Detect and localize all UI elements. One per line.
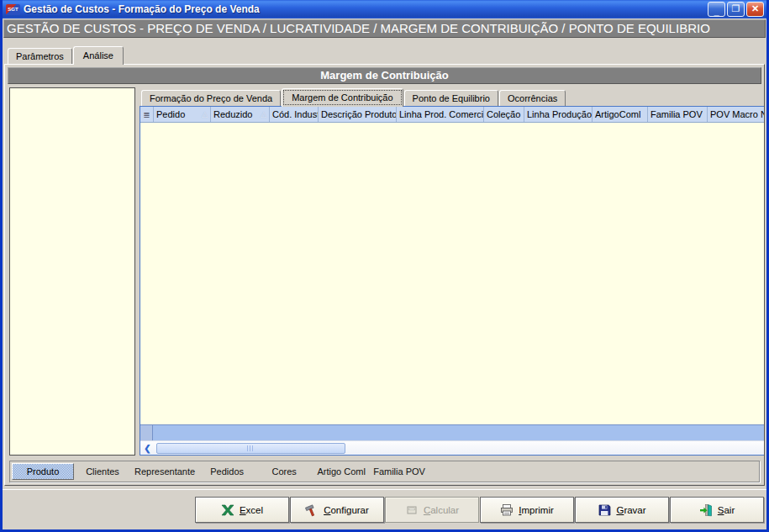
column-header-cod-industrial[interactable]: Cód. Industrial: [270, 107, 319, 122]
column-header-colecao[interactable]: Coleção: [484, 107, 524, 122]
column-header-linha-producao[interactable]: Linha Produção: [524, 107, 593, 122]
excel-button[interactable]: Excel: [195, 497, 289, 523]
grid-body-empty[interactable]: [140, 123, 765, 424]
column-header-reduzido[interactable]: Reduzido△: [211, 107, 270, 122]
tab-margem-contribuicao[interactable]: Margem de Contribuição: [282, 88, 403, 107]
tab-ocorrencias[interactable]: Ocorrências: [499, 90, 566, 106]
configure-button[interactable]: Configurar: [290, 497, 384, 523]
tab-formacao-preco-venda[interactable]: Formação do Preço de Venda: [141, 90, 281, 106]
tab-analise[interactable]: Análise: [73, 46, 124, 65]
tab-ponto-equilibrio[interactable]: Ponto de Equilibrio: [404, 90, 498, 106]
analysis-panel: Margem de Contribuição Formação do Preço…: [4, 64, 765, 486]
column-header-pedido[interactable]: Pedido△: [154, 107, 211, 122]
title-bar: SGT Gestão de Custos - Formação do Preço…: [3, 0, 766, 18]
column-header-pov-macro-nivel[interactable]: POV Macro Nível: [708, 107, 765, 122]
scrollbar-grip-icon: [247, 445, 255, 451]
app-logo-icon: SGT: [6, 4, 20, 15]
grid-header-row: ≣ Pedido△ Reduzido△ Cód. Industrial Desc…: [140, 107, 765, 123]
exit-button[interactable]: Sair: [670, 497, 764, 523]
horizontal-scrollbar[interactable]: ❮ ❯: [140, 440, 765, 455]
exit-door-icon: [699, 503, 713, 517]
scroll-left-button[interactable]: ❮: [140, 444, 155, 453]
dimension-tab-familia-pov[interactable]: Familia POV: [370, 464, 429, 479]
main-tab-strip: Parâmetros Análise: [3, 38, 766, 64]
dimension-tab-strip: Produto Clientes Representante Pedidos C…: [9, 461, 760, 482]
analysis-body: Formação do Preço de Venda Margem de Con…: [9, 87, 760, 456]
results-tab-control: Formação do Preço de Venda Margem de Con…: [140, 87, 765, 456]
maximize-icon: ❐: [732, 3, 740, 15]
row-selector-column-header[interactable]: ≣: [140, 107, 154, 122]
dimension-tab-artigo-coml[interactable]: Artigo Coml: [313, 464, 370, 479]
app-window: SGT Gestão de Custos - Formação do Preço…: [0, 0, 769, 532]
maximize-button[interactable]: ❐: [727, 2, 745, 17]
scrollbar-thumb[interactable]: [156, 443, 345, 454]
column-header-descricao-produto[interactable]: Descrição Produto: [319, 107, 397, 122]
window-title: Gestão de Custos - Formação do Preço de …: [24, 3, 708, 15]
summary-row-selector-cell: [140, 425, 153, 440]
save-button[interactable]: Gravar: [575, 497, 669, 523]
dimension-tab-cores[interactable]: Cores: [255, 464, 313, 479]
column-header-linha-prod-comercial[interactable]: Linha Prod. Comercial: [397, 107, 484, 122]
dimension-tab-pedidos[interactable]: Pedidos: [198, 464, 255, 479]
selection-listbox[interactable]: [9, 87, 135, 456]
configure-tools-icon: [305, 503, 319, 517]
close-icon: ✕: [751, 3, 759, 15]
grid-summary-row: [140, 424, 765, 440]
row-selector-icon: ≣: [143, 110, 150, 119]
page-title: GESTÃO DE CUSTOS - PREÇO DE VENDA / LUCR…: [3, 19, 766, 38]
column-header-familia-pov[interactable]: Familia POV: [648, 107, 708, 122]
inner-tab-strip: Formação do Preço de Venda Margem de Con…: [140, 87, 765, 106]
print-button[interactable]: Imprimir: [480, 497, 574, 523]
dimension-tab-produto[interactable]: Produto: [12, 463, 74, 480]
close-button[interactable]: ✕: [746, 2, 764, 17]
sort-ascending-icon: △: [199, 110, 208, 119]
section-title: Margem de Contribuição: [8, 67, 761, 84]
action-button-bar: Excel Configurar Calcular Imprimir Grava…: [3, 489, 766, 529]
column-header-artigocoml[interactable]: ArtigoComl: [593, 107, 648, 122]
results-grid: ≣ Pedido△ Reduzido△ Cód. Industrial Desc…: [140, 106, 765, 456]
calculate-button: Calcular: [385, 497, 479, 523]
tab-parametros[interactable]: Parâmetros: [8, 48, 72, 64]
minimize-icon: _: [714, 5, 719, 18]
minimize-button[interactable]: _: [708, 2, 725, 17]
save-floppy-icon: [598, 503, 611, 517]
calculator-icon: [405, 503, 419, 517]
printer-icon: [500, 503, 514, 517]
dimension-tab-representante[interactable]: Representante: [131, 464, 198, 479]
excel-icon: [221, 503, 234, 517]
dimension-tab-clientes[interactable]: Clientes: [74, 464, 131, 479]
window-controls: _ ❐ ✕: [708, 2, 764, 17]
sort-ascending-icon: △: [258, 110, 266, 119]
